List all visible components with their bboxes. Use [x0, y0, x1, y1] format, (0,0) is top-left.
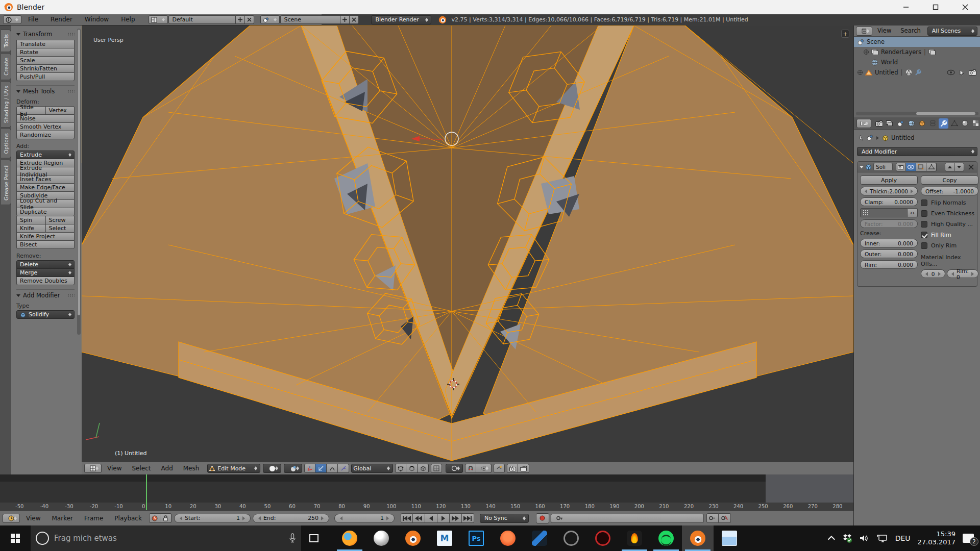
checkbox[interactable] [921, 221, 927, 228]
shelf-tab[interactable]: Options [1, 129, 11, 159]
play-reverse-button[interactable] [425, 513, 437, 523]
delete-keyframe-button[interactable] [719, 513, 731, 523]
current-frame-indicator[interactable] [146, 474, 147, 510]
checkbox[interactable] [921, 199, 927, 206]
thickness-field[interactable]: Thickn:2.0000 [860, 187, 918, 195]
jump-to-end-button[interactable] [462, 513, 474, 523]
outliner-filter-select[interactable]: All Scenes [927, 27, 977, 36]
network-icon[interactable] [877, 534, 888, 543]
region-expand-button[interactable]: + [841, 30, 849, 38]
close-button[interactable] [950, 0, 980, 14]
modifier-name-field[interactable]: Soli [873, 163, 893, 171]
manipulator-translate-button[interactable] [304, 464, 315, 473]
properties-editor-type-button[interactable] [856, 119, 871, 128]
keying-set-field[interactable] [551, 514, 704, 523]
outliner-editor-type-button[interactable] [856, 27, 872, 36]
modifier-type-select[interactable]: Solidify [16, 310, 75, 319]
play-button[interactable] [437, 513, 450, 523]
modifier-move-down-button[interactable] [954, 163, 964, 171]
slide-vertex-button[interactable]: Vertex [46, 106, 75, 115]
texture-tab-icon[interactable] [971, 118, 980, 129]
material-offset-field[interactable]: 0 [921, 269, 945, 278]
clock[interactable]: 15:39 27.03.2017 [918, 530, 955, 546]
vertex-select-mode-button[interactable] [395, 464, 406, 473]
modifiers-tab-icon[interactable] [939, 118, 948, 129]
manipulator-combo-button[interactable] [338, 464, 349, 473]
transform-panel-header[interactable]: Transform [16, 31, 75, 38]
menu-item[interactable]: View [873, 26, 896, 36]
tool-button[interactable]: Randomize [16, 131, 75, 139]
taskbar-app-button[interactable] [397, 525, 429, 551]
invert-vertex-group-button[interactable]: ↔ [908, 208, 918, 217]
mesh-canvas[interactable] [82, 26, 853, 462]
menu-item[interactable]: Search [896, 26, 925, 36]
checkbox-row[interactable]: High Quality ... [921, 219, 978, 230]
checkbox-row[interactable]: Fill Rim [921, 230, 978, 240]
breadcrumb-object-name[interactable]: Untitled [891, 134, 915, 141]
layout-add-button[interactable] [236, 15, 245, 24]
tool-button[interactable]: Make Edge/Face [16, 183, 75, 192]
crease-rim-field[interactable]: Rim:0.000 [860, 260, 918, 269]
scene-tab-icon[interactable] [896, 118, 905, 129]
constraints-tab-icon[interactable] [928, 118, 938, 129]
modifier-move-up-button[interactable] [945, 163, 954, 171]
timeline-editor-type-button[interactable] [3, 514, 20, 523]
end-frame-field[interactable]: End:250 [253, 514, 329, 523]
layout-delete-button[interactable] [245, 15, 254, 24]
sync-mode-select[interactable]: No Sync [480, 514, 529, 523]
shelf-tab[interactable]: Tools [1, 30, 11, 52]
tool-button[interactable]: Loop Cut and Slide [16, 199, 75, 208]
snap-magnet-button[interactable] [465, 464, 476, 473]
outliner-item-scene[interactable]: Scene [854, 37, 980, 47]
render-layers-tab-icon[interactable] [885, 118, 895, 129]
opengl-render-anim-button[interactable] [518, 464, 529, 473]
language-indicator[interactable]: DEU [895, 534, 911, 542]
tool-button[interactable]: Extrude Individual [16, 167, 75, 176]
outliner-item-object[interactable]: Untitled | [854, 67, 980, 78]
limit-selection-visible-button[interactable] [431, 464, 442, 473]
scene-name-field[interactable]: Scene [280, 15, 340, 24]
shelf-tab[interactable]: Shading / UVs [1, 81, 11, 128]
render-tab-icon[interactable] [874, 118, 884, 129]
menu-item[interactable]: Mesh [178, 462, 205, 474]
tool-button[interactable]: Noise [16, 114, 75, 123]
outliner-item-world[interactable]: World [854, 57, 980, 67]
minimize-button[interactable] [891, 0, 921, 14]
spin-button[interactable]: Spin [16, 216, 46, 224]
edge-select-mode-button[interactable] [406, 464, 418, 473]
checkbox-row[interactable]: Even Thickness [921, 208, 978, 219]
layout-selector-icon-button[interactable] [149, 15, 168, 24]
translate-manipulator-x[interactable] [419, 139, 443, 139]
modifier-wrench-icon[interactable] [915, 69, 922, 76]
vertex-group-field[interactable]: ↔ [860, 208, 918, 217]
menu-item[interactable]: Add [156, 462, 178, 474]
auto-keyframe-button[interactable] [536, 513, 549, 523]
outliner-scrollbar[interactable] [856, 112, 978, 115]
render-restrict-camera-icon[interactable] [969, 69, 976, 76]
add-modifier-panel-header[interactable]: Add Modifier [16, 292, 75, 299]
tool-button[interactable]: Bisect [16, 240, 75, 249]
taskbar-app-button[interactable] [714, 525, 745, 551]
menu-item[interactable]: Render [44, 14, 79, 25]
tool-button[interactable]: Translate [16, 40, 75, 48]
mesh-breadcrumb-icon[interactable] [882, 135, 889, 141]
visibility-eye-icon[interactable] [947, 69, 955, 76]
scene-selector-icon-button[interactable] [260, 15, 280, 24]
taskbar-app-button[interactable] [587, 525, 619, 551]
viewport-3d[interactable]: User Persp (1) Untitled + [82, 26, 853, 462]
tray-expand-icon[interactable] [827, 536, 835, 543]
modifier-delete-icon[interactable] [968, 164, 974, 170]
lock-time-button[interactable] [160, 513, 172, 523]
current-frame-field[interactable]: 1 [334, 514, 395, 523]
copy-button[interactable]: Copy [921, 176, 978, 185]
pivot-point-select[interactable] [284, 464, 302, 473]
timeline-ruler[interactable]: -50-40-30-20-100102030405060708090100110… [0, 503, 853, 510]
taskbar-app-button[interactable]: M [429, 525, 460, 551]
tool-button[interactable]: Knife Project [16, 232, 75, 241]
object-data-tab-icon[interactable] [949, 118, 959, 129]
volume-icon[interactable] [860, 534, 870, 542]
microphone-icon[interactable] [289, 533, 296, 543]
menu-item[interactable]: View [20, 511, 46, 525]
jump-to-start-button[interactable] [401, 513, 413, 523]
menu-item[interactable]: Select [127, 462, 156, 474]
